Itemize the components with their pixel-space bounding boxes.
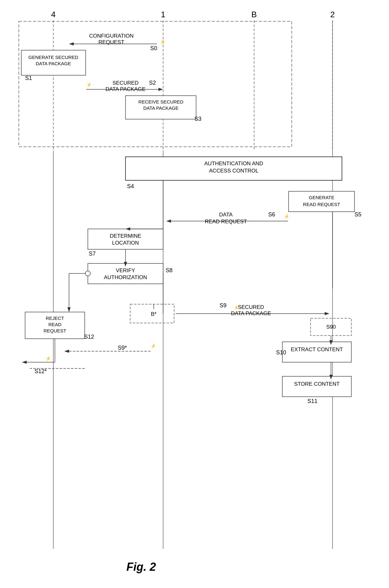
text-s12-2: READ [48,322,61,327]
svg-text:⚡: ⚡ [160,39,166,45]
label-s10: S10 [276,349,286,356]
label-s90: S90 [326,324,336,330]
text-s7-1: DETERMINE [110,233,141,239]
label-s1: S1 [25,75,32,81]
decision-circle [85,271,90,276]
text-s9-1: SECURED [238,304,264,310]
label-s8: S8 [166,267,173,273]
text-s12-3: REQUEST [44,328,67,333]
text-s2-2: DATA PACKAGE [105,86,146,92]
svg-text:REQUEST: REQUEST [99,39,124,45]
figure-label: Fig. 2 [126,560,156,573]
lane-label-B: B [251,10,257,19]
text-s1-1: GENERATE SECURED [29,55,78,60]
lane-label-2: 2 [330,10,335,19]
arrowhead-s6 [166,220,171,223]
arrowhead-s9 [325,312,329,315]
arrowhead-reject [67,307,71,312]
arrowhead-s12star [22,361,27,364]
text-s8-1: VERIFY [116,268,135,273]
text-s9-2: DATA PACKAGE [231,310,271,316]
svg-text:⚡: ⚡ [284,214,290,219]
text-s6-data: DATA [219,212,233,218]
arrowhead-s9star [64,350,69,353]
label-s9: S9 [220,302,226,309]
flow-diagram: 4 1 B 2 ⚡ S0 CONFIGURATION REQUEST GENER… [0,0,389,588]
arrowhead-s0 [69,42,74,45]
text-config-request: CONFIGURATION [89,33,133,39]
svg-text:⚡: ⚡ [86,82,92,87]
text-s10-1: EXTRACT CONTENT [291,347,343,352]
label-s11: S11 [307,398,317,404]
label-s0: S0 [150,45,157,51]
text-s3-1: RECEIVE SECURED [138,99,184,104]
label-s6: S6 [268,211,275,218]
text-s1-2: DATA PACKAGE [36,61,71,66]
label-s9star: S9* [118,345,127,351]
text-s5-2: READ REQUEST [303,202,340,207]
svg-text:⚡: ⚡ [151,343,156,349]
label-s3: S3 [194,116,201,122]
text-s7-2: LOCATION [112,240,139,246]
text-s4-2: ACCESS CONTROL [209,168,258,174]
text-s6-read: READ REQUEST [205,219,247,225]
text-s2-1: SECURED [112,80,138,86]
arrowhead-s2 [158,88,163,91]
label-bstar: B* [151,311,157,317]
text-s8-2: AUTHORIZATION [104,274,147,280]
label-s2: S2 [149,80,156,86]
lane-label-1: 1 [161,10,165,19]
box-s7 [88,229,163,249]
label-s7: S7 [89,251,96,257]
lane-label-4: 4 [51,10,56,19]
text-s11-1: STORE CONTENT [294,381,339,387]
text-s4-1: AUTHENTICATION AND [204,161,263,167]
diagram-container: 4 1 B 2 ⚡ S0 CONFIGURATION REQUEST GENER… [0,0,389,588]
label-s12star: S12* [35,368,47,374]
text-s5-1: GENERATE [309,195,334,200]
text-s12-1: REJECT [46,315,64,321]
svg-text:⚡: ⚡ [45,356,51,361]
label-s4: S4 [127,183,134,189]
label-s12: S12 [84,334,94,340]
text-s3-2: DATA PACKAGE [143,105,179,111]
label-s5: S5 [354,211,361,218]
